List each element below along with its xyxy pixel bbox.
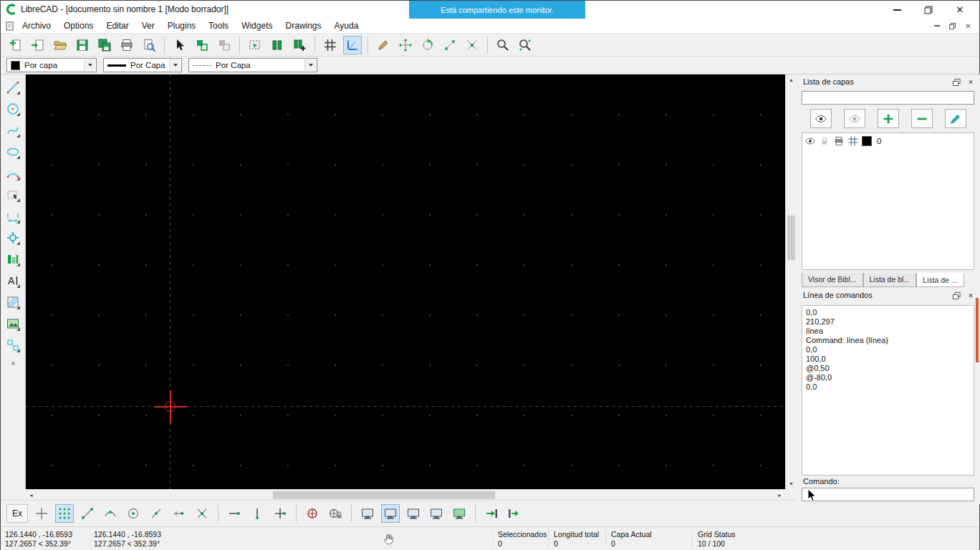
move-snap-button[interactable] <box>396 36 415 54</box>
command-history[interactable]: 0,0 210,297 línea Command: línea (línea)… <box>802 305 974 476</box>
block-tool-button[interactable] <box>4 336 22 354</box>
menu-archivo[interactable]: Archivo <box>16 19 57 33</box>
child-close-button[interactable]: ✕ <box>961 20 975 32</box>
insert-block-button[interactable] <box>215 36 234 54</box>
line-tool-button[interactable] <box>4 78 22 97</box>
snap-endpoint-button[interactable] <box>78 504 97 523</box>
restrict-orthogonal-button[interactable] <box>271 504 289 523</box>
order-columns-button[interactable] <box>268 36 287 54</box>
screen-share-banner[interactable]: Está compartiendo este monitor. <box>409 1 585 19</box>
select-window-button[interactable] <box>246 36 264 54</box>
grid-toggle-button[interactable] <box>321 36 340 54</box>
select-tool-button[interactable] <box>4 185 22 204</box>
menu-editar[interactable]: Editar <box>100 19 135 33</box>
layer-lock-icon[interactable] <box>819 135 830 147</box>
dock-close-button[interactable]: ✕ <box>966 77 976 87</box>
dimension-tool-button[interactable] <box>4 207 22 226</box>
zoom-auto-button[interactable] <box>516 36 534 54</box>
pencil-draft-button[interactable] <box>374 36 393 54</box>
save-as-button[interactable] <box>95 36 114 54</box>
print-preview-button[interactable] <box>140 36 158 54</box>
hatch-tool-button[interactable] <box>4 293 22 312</box>
monitor-view-2-button[interactable] <box>381 504 400 523</box>
monitor-view-1-button[interactable] <box>358 504 377 523</box>
menu-widgets[interactable]: Widgets <box>235 19 279 33</box>
scroll-down-arrow[interactable]: ▼ <box>786 478 797 489</box>
menu-plugins[interactable]: Plugins <box>161 19 202 33</box>
save-button[interactable] <box>73 36 92 54</box>
snap-grid-button[interactable] <box>55 504 74 523</box>
scale-snap-button[interactable] <box>441 36 459 54</box>
new-from-template-button[interactable] <box>29 36 47 54</box>
drawing-canvas[interactable] <box>26 74 785 489</box>
set-relative-zero-button[interactable] <box>303 504 322 523</box>
pen-linetype-select[interactable]: Por Capa <box>188 58 317 72</box>
text-tool-button[interactable]: A <box>4 271 22 290</box>
arc-tool-button[interactable] <box>4 164 22 183</box>
snap-center-button[interactable] <box>124 504 143 523</box>
pen-color-select[interactable]: Por capa <box>6 58 97 72</box>
dock-float-button[interactable] <box>951 291 961 301</box>
layer-row[interactable]: 0 <box>802 133 974 149</box>
snap-middle-button[interactable] <box>147 504 165 523</box>
dock-float-button[interactable] <box>951 77 961 87</box>
edit-layer-button[interactable] <box>945 109 966 128</box>
child-minimize-button[interactable] <box>930 20 943 32</box>
tab-library-browser[interactable]: Visor de Bibl... <box>802 273 863 287</box>
layer-construction-icon[interactable] <box>847 135 859 147</box>
snap-free-button[interactable] <box>32 504 51 523</box>
close-button[interactable]: ✕ <box>945 1 975 19</box>
relative-zero-arrow-2-button[interactable] <box>505 504 524 523</box>
vertical-scrollbar[interactable]: ▲ ▼ <box>785 74 796 489</box>
spline-tool-button[interactable] <box>4 121 22 140</box>
scroll-right-arrow[interactable]: ► <box>774 490 785 501</box>
intersection-snap-button[interactable] <box>463 36 481 54</box>
add-layer-button[interactable] <box>878 109 899 128</box>
menu-ayuda[interactable]: Ayuda <box>328 19 365 33</box>
ortho-mode-button[interactable] <box>343 36 362 54</box>
more-tools-dot[interactable] <box>11 362 15 365</box>
pen-width-select[interactable]: Por Capa <box>103 58 182 72</box>
horizontal-scrollbar[interactable]: ◄ ► <box>26 489 785 500</box>
monitor-view-3-button[interactable] <box>404 504 423 523</box>
snap-distance-button[interactable] <box>170 504 188 523</box>
restrict-vertical-button[interactable] <box>248 504 266 523</box>
rotate-snap-button[interactable] <box>418 36 437 54</box>
dock-close-button[interactable]: ✕ <box>966 291 976 301</box>
scroll-up-arrow[interactable]: ▲ <box>786 74 797 85</box>
image-tool-button[interactable] <box>4 314 22 333</box>
horizontal-scroll-thumb[interactable] <box>273 491 495 499</box>
tab-layer-list[interactable]: Lista de ... <box>916 273 964 287</box>
menu-options[interactable]: Options <box>57 19 100 33</box>
create-block-button[interactable] <box>193 36 211 54</box>
scroll-left-arrow[interactable]: ◄ <box>26 490 37 501</box>
menu-drawings[interactable]: Drawings <box>279 19 327 33</box>
circle-tool-button[interactable] <box>4 100 22 118</box>
remove-layer-button[interactable] <box>911 109 933 128</box>
command-input[interactable] <box>802 488 974 501</box>
toggle-other-visibility-button[interactable] <box>844 109 865 128</box>
restore-button[interactable] <box>913 1 943 19</box>
modify-tool-button[interactable] <box>4 228 22 247</box>
restrict-horizontal-button[interactable] <box>225 504 244 523</box>
print-button[interactable] <box>117 36 136 54</box>
snap-intersection-button[interactable] <box>193 504 211 523</box>
ellipse-tool-button[interactable] <box>4 143 22 161</box>
open-file-button[interactable] <box>51 36 69 54</box>
exclusive-snap-button[interactable]: Ex <box>6 504 28 523</box>
menu-ver[interactable]: Ver <box>135 19 161 33</box>
relative-zero-arrow-button[interactable] <box>482 504 501 523</box>
child-restore-button[interactable] <box>946 20 959 32</box>
snap-on-entity-button[interactable] <box>101 504 120 523</box>
monitor-view-5-button[interactable] <box>450 504 469 523</box>
minimize-button[interactable] <box>882 1 912 19</box>
lock-relative-zero-button[interactable] <box>326 504 345 523</box>
new-document-button[interactable] <box>6 36 25 54</box>
vertical-scroll-thumb[interactable] <box>787 216 795 260</box>
tab-block-list[interactable]: Lista de bl... <box>863 273 917 287</box>
monitor-view-4-button[interactable] <box>427 504 446 523</box>
order-add-button[interactable] <box>290 36 309 54</box>
select-arrow-button[interactable] <box>170 36 189 54</box>
layer-color-swatch[interactable] <box>862 136 872 146</box>
order-tool-button[interactable] <box>4 250 22 269</box>
